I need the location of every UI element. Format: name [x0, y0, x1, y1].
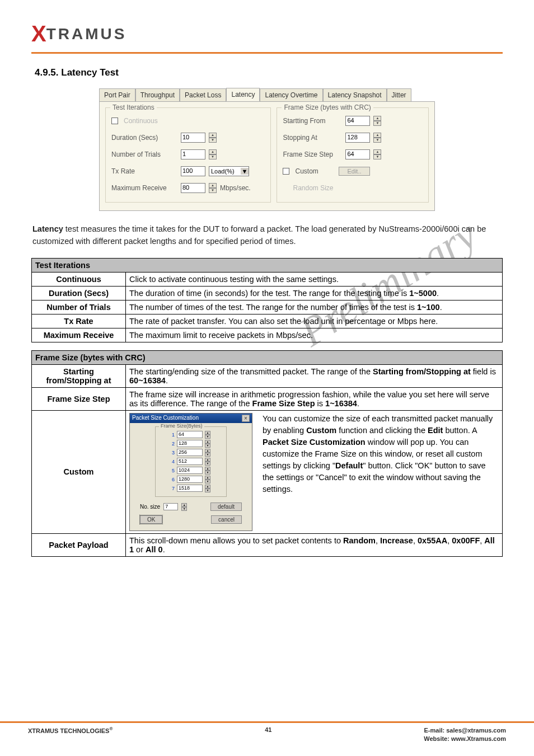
t1-r4-k: Maximum Receive: [32, 328, 126, 342]
chevron-down-icon: ▼: [241, 168, 249, 175]
brand-logo: X TRAMUS: [31, 21, 503, 46]
frame-step-input[interactable]: 64: [345, 149, 370, 159]
starting-from-label: Startting From: [283, 117, 342, 125]
t1-r3-k: Tx Rate: [32, 314, 126, 328]
ok-button[interactable]: OK: [140, 515, 162, 524]
dlg-v4[interactable]: 1024: [177, 467, 203, 474]
stopping-at-input[interactable]: 128: [345, 133, 370, 143]
tab-latency-snapshot[interactable]: Latency Snapshot: [323, 88, 387, 101]
footer-right: E-mail: sales@xtramus.com Website: www.X…: [424, 726, 506, 743]
test-iterations-fieldset: Test Iterations Continuous Duration (Sec…: [105, 107, 271, 203]
tx-rate-label: Tx Rate: [111, 167, 177, 175]
test-iterations-table: Test Iterations Continuous Click to acti…: [31, 258, 503, 342]
custom-description: You can customize the size of each trans…: [263, 413, 499, 495]
t1-r2-v: The number of times of the test. The ran…: [126, 300, 503, 314]
trials-input[interactable]: 1: [181, 149, 205, 159]
dlg-n4: 5: [159, 468, 175, 473]
intro-paragraph: Latency test measures the time it takes …: [32, 223, 503, 248]
t1-r4-v: The maximum limit to receive packets in …: [126, 328, 503, 342]
dlg-spin6[interactable]: ▲▼: [205, 485, 210, 492]
t2-starting-k: Starting from/Stopping at: [32, 364, 126, 387]
dialog-title: Packet Size Customization: [132, 415, 199, 422]
tx-rate-unit-select[interactable]: Load(%) ▼: [209, 166, 249, 176]
tab-port-pair[interactable]: Port Pair: [99, 88, 135, 101]
dlg-v6[interactable]: 1518: [177, 485, 203, 492]
trials-label: Number of Trials: [111, 151, 177, 158]
stopping-at-spinner[interactable]: ▲▼: [373, 133, 381, 143]
logo-text: TRAMUS: [46, 25, 127, 43]
t1-r3-v: The rate of packet transfer. You can als…: [126, 314, 503, 328]
dlg-n2: 3: [159, 450, 175, 456]
continuous-checkbox[interactable]: [111, 118, 118, 124]
tx-rate-input[interactable]: 100: [181, 166, 205, 176]
dlg-spin1[interactable]: ▲▼: [205, 440, 210, 447]
duration-input[interactable]: 10: [181, 133, 205, 143]
dlg-spin2[interactable]: ▲▼: [205, 449, 210, 456]
footer: XTRAMUS TECHNOLOGIES® 41 E-mail: sales@x…: [0, 723, 534, 743]
dlg-v5[interactable]: 1280: [177, 476, 203, 483]
default-button[interactable]: default: [210, 503, 242, 511]
dlg-v3[interactable]: 512: [177, 458, 203, 465]
custom-label: Custom: [295, 167, 335, 175]
t1-r0-v: Click to activate continuous testing wit…: [126, 272, 503, 286]
dlg-spin0[interactable]: ▲▼: [205, 431, 210, 438]
t2-custom-v: Packet Size Customization × Frame Size(B…: [126, 410, 503, 533]
edit-button[interactable]: Edit..: [339, 167, 369, 176]
continuous-label: Continuous: [124, 117, 158, 125]
duration-label: Duration (Secs): [111, 134, 177, 142]
close-icon[interactable]: ×: [242, 415, 250, 422]
dlg-spin5[interactable]: ▲▼: [205, 476, 210, 483]
t1-r1-k: Duration (Secs): [32, 286, 126, 300]
t2-custom-k: Custom: [32, 410, 126, 533]
frame-step-spinner[interactable]: ▲▼: [373, 149, 381, 159]
t2-payload-k: Packet Payload: [32, 533, 126, 556]
intro-rest: test measures the time it takes for the …: [32, 224, 486, 246]
max-receive-unit: Mbps/sec.: [220, 184, 251, 192]
t2-step-v: The frame size will increase in arithmet…: [126, 387, 503, 410]
max-receive-input[interactable]: 80: [181, 183, 205, 193]
dlg-v1[interactable]: 128: [177, 440, 203, 447]
dlg-n1: 2: [159, 441, 175, 447]
max-receive-spinner[interactable]: ▲▼: [209, 183, 217, 193]
frame-step-label: Frame Size Step: [283, 151, 342, 158]
tab-row: Port Pair Throughput Packet Loss Latency…: [99, 88, 435, 102]
no-size-spinner[interactable]: ▲▼: [181, 503, 187, 510]
starting-from-input[interactable]: 64: [345, 116, 370, 126]
custom-checkbox[interactable]: [283, 168, 289, 175]
tab-latency[interactable]: Latency: [226, 88, 260, 101]
t1-header: Test Iterations: [32, 258, 503, 272]
t1-r1-v: The duration of time (in seconds) for th…: [126, 286, 503, 300]
test-iterations-legend: Test Iterations: [110, 104, 157, 111]
trials-spinner[interactable]: ▲▼: [209, 149, 217, 159]
packet-size-dialog: Packet Size Customization × Frame Size(B…: [129, 413, 252, 531]
t2-starting-v: The starting/ending size of the transmit…: [126, 364, 503, 387]
starting-from-spinner[interactable]: ▲▼: [373, 116, 381, 126]
duration-spinner[interactable]: ▲▼: [209, 133, 217, 143]
dlg-n3: 4: [159, 459, 175, 464]
no-size-input[interactable]: 7: [163, 503, 178, 510]
tx-rate-unit-value: Load(%): [211, 168, 235, 175]
no-size-label: No. size: [140, 504, 160, 510]
cancel-button[interactable]: cancel: [211, 515, 242, 524]
dlg-n6: 7: [159, 486, 175, 491]
stopping-at-label: Stopping At: [283, 134, 342, 142]
t2-header: Frame Size (bytes with CRC): [32, 350, 503, 364]
dlg-v0[interactable]: 64: [177, 431, 203, 438]
tab-latency-overtime[interactable]: Latency Overtime: [260, 88, 322, 101]
frame-size-fieldset: Frame Size (bytes with CRC) Startting Fr…: [277, 107, 429, 203]
dlg-spin3[interactable]: ▲▼: [205, 458, 210, 465]
dlg-n0: 1: [159, 432, 175, 438]
t1-r2-k: Number of Trials: [32, 300, 126, 314]
t2-payload-v: This scroll-down menu allows you to set …: [126, 533, 503, 556]
footer-left: XTRAMUS TECHNOLOGIES®: [28, 726, 113, 734]
tab-throughput[interactable]: Throughput: [135, 88, 180, 101]
tab-packet-loss[interactable]: Packet Loss: [180, 88, 226, 101]
t2-step-k: Frame Size Step: [32, 387, 126, 410]
intro-bold: Latency: [32, 224, 63, 233]
tab-jitter[interactable]: Jitter: [387, 88, 411, 101]
frame-size-legend: Frame Size (bytes with CRC): [282, 104, 373, 111]
dialog-fs-legend: Frame Size(Bytes): [159, 423, 204, 429]
dlg-v2[interactable]: 256: [177, 449, 203, 456]
dlg-spin4[interactable]: ▲▼: [205, 467, 210, 474]
latency-panel: Port Pair Throughput Packet Loss Latency…: [99, 88, 435, 211]
